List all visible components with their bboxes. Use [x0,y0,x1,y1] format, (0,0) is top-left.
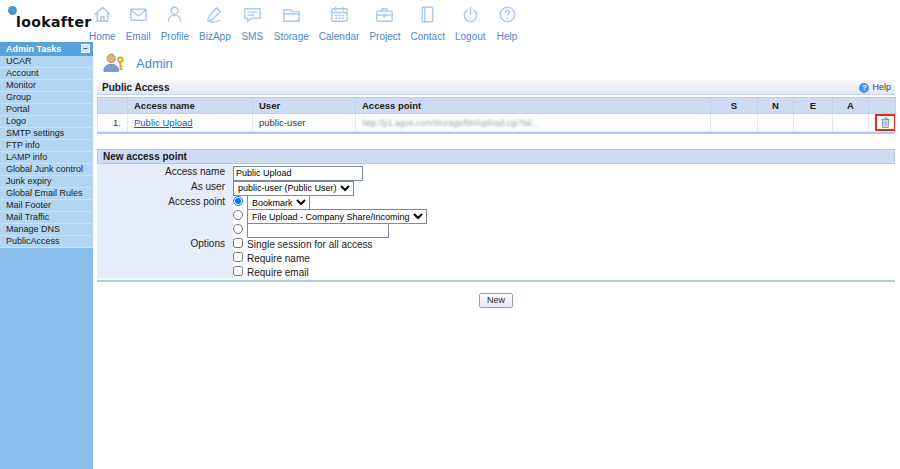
as-user-label: As user [97,181,233,192]
public-access-table: Access name User Access point S N E A 1.… [97,97,896,132]
nav-item-label: Help [497,31,518,42]
sidebar-item-group[interactable]: Group [0,92,93,104]
form-separator-line [97,280,895,282]
nav-item-contact[interactable]: Contact [406,3,450,42]
button-row: New [93,289,899,308]
sidebar-header: Admin Tasks − [0,42,93,56]
col-a: A [833,98,869,114]
page-header: Admin [100,52,900,74]
new-access-point-section-bar: New access point [97,149,895,164]
sidebar-item-list: UCARAccountMonitorGroupPortalLogoSMTP se… [0,56,93,248]
access-name-label: Access name [97,166,233,177]
nav-item-label: SMS [241,31,263,42]
nav-item-project[interactable]: Project [364,3,405,42]
top-navigation: HomeEmailProfileBizAppSMSStorageCalendar… [84,3,524,42]
contact-icon [416,3,439,30]
file-upload-radio[interactable] [233,210,243,220]
nav-item-label: Project [369,31,400,42]
nav-item-profile[interactable]: Profile [156,3,194,42]
logout-icon [459,3,482,30]
collapse-icon[interactable]: − [81,44,90,53]
nav-item-label: Logout [455,31,486,42]
nav-item-help[interactable]: Help [491,3,524,42]
sidebar-item-ftp-info[interactable]: FTP info [0,140,93,152]
sidebar-header-label: Admin Tasks [6,44,61,54]
new-button[interactable]: New [479,293,513,308]
col-s: S [711,98,758,114]
row-user: public-user [253,114,356,132]
nav-item-label: Storage [274,31,309,42]
nav-item-home[interactable]: Home [84,3,121,42]
nav-item-label: Email [126,31,151,42]
sidebar-item-lamp-info[interactable]: LAMP info [0,152,93,164]
nav-item-label: BizApp [199,31,231,42]
home-icon [91,3,114,30]
nav-item-bizapp[interactable]: BizApp [194,3,236,42]
public-access-section-bar: Public Access ? Help [97,80,895,95]
help-circle-icon: ? [859,83,869,93]
bookmark-radio[interactable] [233,196,243,206]
nav-item-email[interactable]: Email [121,3,156,42]
sidebar-item-monitor[interactable]: Monitor [0,80,93,92]
sidebar-item-account[interactable]: Account [0,68,93,80]
col-actions [869,98,896,114]
sidebar-item-global-email-rules[interactable]: Global Email Rules [0,188,93,200]
help-link-label: Help [872,80,891,95]
sidebar-item-global-junk-control[interactable]: Global Junk control [0,164,93,176]
table-underline [97,132,895,134]
topbar: lookafter HomeEmailProfileBizAppSMSStora… [0,0,900,43]
sidebar-item-portal[interactable]: Portal [0,104,93,116]
new-access-point-form: Access name As user public-user (Public … [97,164,895,278]
annotation-highlight-box [875,114,896,131]
col-user: User [253,98,356,114]
email-icon [127,3,150,30]
col-e: E [794,98,833,114]
col-rownum [98,98,128,114]
sidebar-item-ucar[interactable]: UCAR [0,56,93,68]
option-checkbox-require-name[interactable] [233,252,243,262]
nav-item-calendar[interactable]: Calendar [314,3,365,42]
access-point-label: Access point [97,196,233,207]
row-s-cell [711,114,758,132]
nav-item-label: Calendar [319,31,360,42]
options-label: Options [97,238,233,249]
section-title: Public Access [102,82,169,93]
nav-item-storage[interactable]: Storage [269,3,314,42]
option-checkbox-single-session-for-all-access[interactable] [233,238,243,248]
app-logo: lookafter [16,14,92,30]
main-content: Admin Public Access ? Help Access name U… [93,42,900,469]
col-access-name: Access name [128,98,253,114]
storage-icon [280,3,303,30]
table-row: 1. Public Upload public-user http://p1.a… [98,114,896,132]
sidebar-item-junk-expiry[interactable]: Junk expiry [0,176,93,188]
option-checkbox-require-email[interactable] [233,266,243,276]
sms-icon [241,3,264,30]
table-header-row: Access name User Access point S N E A [98,98,896,114]
sidebar-item-smtp-settings[interactable]: SMTP settings [0,128,93,140]
option-label: Require email [247,267,309,278]
help-link[interactable]: ? Help [859,80,891,95]
sidebar-item-publicaccess[interactable]: PublicAccess [0,236,93,248]
sidebar-item-mail-footer[interactable]: Mail Footer [0,200,93,212]
calendar-icon [328,3,351,30]
row-n-cell [758,114,794,132]
nav-item-sms[interactable]: SMS [236,3,269,42]
sidebar: Admin Tasks − UCARAccountMonitorGroupPor… [0,42,93,469]
col-access-point: Access point [356,98,711,114]
row-a-cell [833,114,869,132]
row-e-cell [794,114,833,132]
access-name-link[interactable]: Public Upload [134,117,193,128]
nav-item-label: Contact [411,31,445,42]
nav-item-logout[interactable]: Logout [450,3,491,42]
delete-trash-icon[interactable] [880,116,891,127]
sidebar-item-mail-traffic[interactable]: Mail Traffic [0,212,93,224]
nav-item-label: Home [89,31,116,42]
page-title: Admin [136,56,173,71]
sidebar-item-manage-dns[interactable]: Manage DNS [0,224,93,236]
row-access-point-redacted: http://p1.agos.com/storage/bin/upload.cg… [362,118,538,128]
project-icon [373,3,396,30]
admin-user-icon [100,52,127,74]
custom-point-radio[interactable] [233,224,243,234]
sidebar-item-logo[interactable]: Logo [0,116,93,128]
col-n: N [758,98,794,114]
